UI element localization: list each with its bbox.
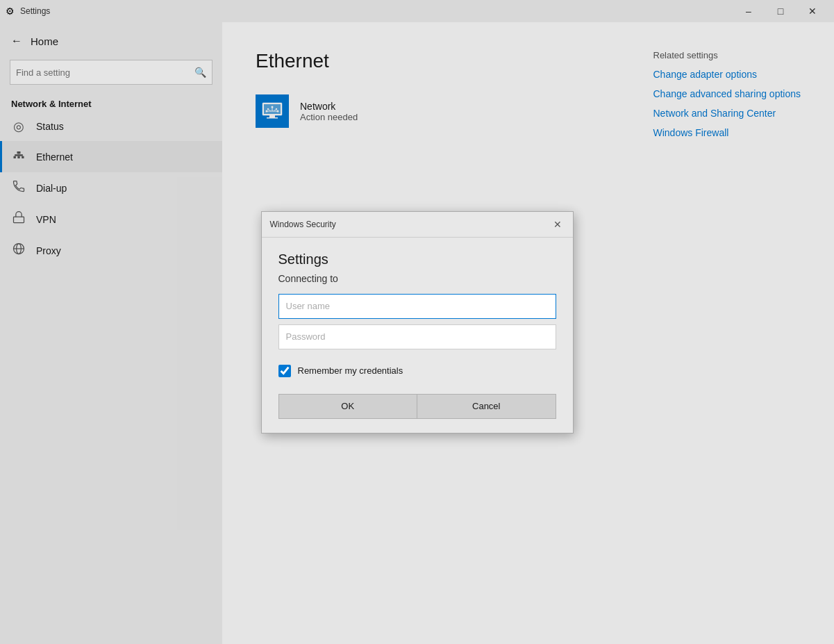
password-input[interactable] bbox=[278, 324, 556, 349]
remember-checkbox[interactable] bbox=[278, 365, 291, 377]
modal-close-button[interactable]: ✕ bbox=[551, 217, 565, 231]
windows-security-modal: Windows Security ✕ Settings Connecting t… bbox=[261, 211, 574, 434]
modal-titlebar-text: Windows Security bbox=[270, 220, 336, 229]
modal-buttons: OK Cancel bbox=[278, 394, 556, 419]
modal-connecting-to: Connecting to bbox=[278, 273, 556, 284]
remember-credentials-row: Remember my credentials bbox=[278, 365, 556, 377]
modal-overlay: Windows Security ✕ Settings Connecting t… bbox=[0, 0, 834, 644]
username-input[interactable] bbox=[278, 294, 556, 319]
cancel-button[interactable]: Cancel bbox=[417, 394, 556, 419]
ok-button[interactable]: OK bbox=[278, 394, 418, 419]
modal-body: Settings Connecting to Remember my crede… bbox=[262, 238, 573, 433]
remember-label: Remember my credentials bbox=[298, 365, 403, 376]
modal-titlebar: Windows Security ✕ bbox=[262, 212, 573, 238]
modal-settings-title: Settings bbox=[278, 251, 556, 267]
